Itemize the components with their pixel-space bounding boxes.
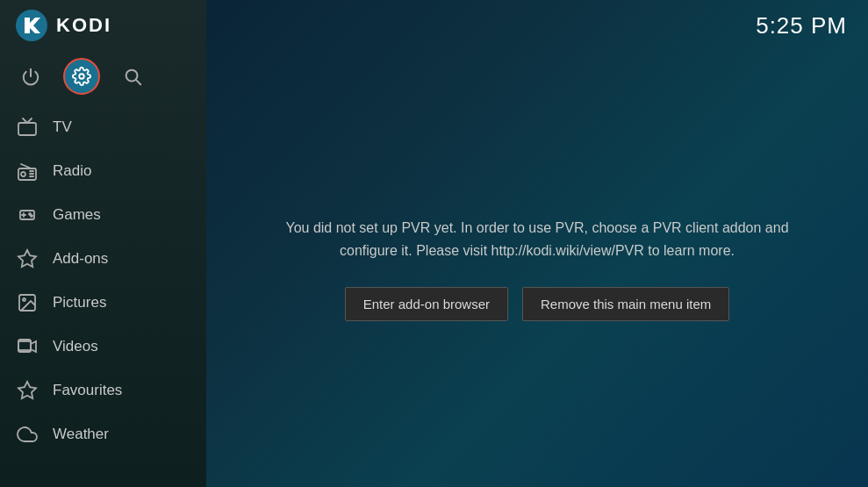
remove-menu-item-button[interactable]: Remove this main menu item <box>522 287 729 321</box>
favourites-icon <box>16 379 39 402</box>
sidebar-item-weather[interactable]: Weather <box>0 412 206 456</box>
search-button[interactable] <box>114 58 151 95</box>
radio-icon <box>16 160 39 183</box>
pictures-icon <box>16 291 39 314</box>
sidebar-item-pictures[interactable]: Pictures <box>0 281 206 325</box>
svg-point-2 <box>79 74 84 79</box>
pictures-label: Pictures <box>53 294 106 312</box>
main-content: 5:25 PM You did not set up PVR yet. In o… <box>206 0 868 487</box>
settings-button[interactable] <box>63 58 100 95</box>
svg-rect-5 <box>18 123 36 135</box>
tv-icon <box>16 116 39 139</box>
weather-icon <box>16 423 39 446</box>
svg-point-17 <box>23 298 25 301</box>
addons-label: Add-ons <box>53 250 108 268</box>
app-title: KODI <box>56 14 111 37</box>
pvr-button-row: Enter add-on browser Remove this main me… <box>345 287 730 321</box>
svg-point-14 <box>31 215 32 217</box>
pvr-content-area: You did not set up PVR yet. In order to … <box>206 51 868 487</box>
sidebar-item-games[interactable]: Games <box>0 193 206 237</box>
enter-addon-browser-button[interactable]: Enter add-on browser <box>345 287 508 321</box>
weather-label: Weather <box>53 426 109 443</box>
pvr-message: You did not set up PVR yet. In order to … <box>259 217 815 261</box>
sidebar-menu: TV Radio <box>0 102 206 487</box>
settings-icon <box>72 67 91 86</box>
svg-line-4 <box>136 80 140 84</box>
svg-point-7 <box>21 172 25 176</box>
sidebar-item-addons[interactable]: Add-ons <box>0 237 206 281</box>
videos-icon <box>16 335 39 358</box>
time-display: 5:25 PM <box>756 12 847 39</box>
addons-icon <box>16 247 39 270</box>
videos-label: Videos <box>53 338 98 355</box>
sidebar-item-radio[interactable]: Radio <box>0 149 206 193</box>
tv-label: TV <box>53 118 72 136</box>
top-bar: 5:25 PM <box>206 0 868 51</box>
search-icon <box>123 67 142 86</box>
games-label: Games <box>53 206 101 224</box>
games-icon <box>16 204 39 226</box>
svg-rect-19 <box>18 341 31 350</box>
sidebar-icon-row <box>0 51 206 102</box>
svg-marker-15 <box>18 250 36 267</box>
power-button[interactable] <box>12 58 49 95</box>
kodi-logo <box>16 10 47 41</box>
radio-label: Radio <box>53 162 91 180</box>
svg-marker-20 <box>18 382 36 398</box>
power-icon <box>21 67 40 86</box>
sidebar: KODI <box>0 0 206 487</box>
sidebar-item-favourites[interactable]: Favourites <box>0 369 206 412</box>
sidebar-header: KODI <box>0 0 206 51</box>
sidebar-item-tv[interactable]: TV <box>0 105 206 149</box>
favourites-label: Favourites <box>53 382 122 399</box>
sidebar-item-videos[interactable]: Videos <box>0 325 206 369</box>
